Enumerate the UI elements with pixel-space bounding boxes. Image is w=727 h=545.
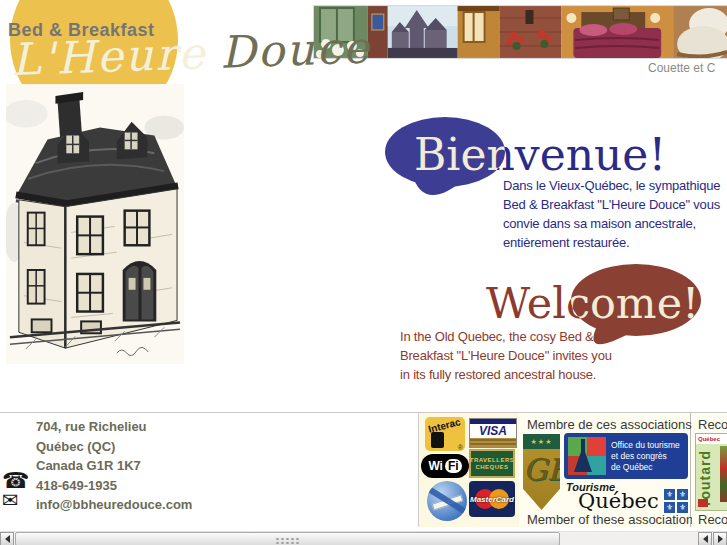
quebec-word: Québec xyxy=(578,489,659,513)
left-arrow-icon xyxy=(5,535,10,543)
visa-label: VISA xyxy=(470,424,516,438)
contact-address-line: Québec (QC) xyxy=(36,437,192,457)
office-line: et des congrès xyxy=(611,451,680,462)
mastercard-logo: MasterCard xyxy=(469,481,515,517)
welcome-paragraph: In the Old Quebec, the cosy Bed & Breakf… xyxy=(400,327,612,384)
travellers-cheques-logo: TRAVELLERS CHEQUES xyxy=(469,449,515,478)
tourisme-quebec-logo[interactable]: Tourisme Québec ⚜ ⚜ ⚜ ⚜ xyxy=(564,482,688,512)
office-tourisme-text: Office du tourisme et des congrès de Qué… xyxy=(611,437,680,475)
recommended-footer: Recom xyxy=(698,512,727,527)
horizontal-scrollbar[interactable] xyxy=(0,531,727,545)
associations-footer-en: Member of these associations xyxy=(527,512,700,527)
visa-gold-band xyxy=(470,438,516,447)
bienvenue-line: entièrement restaurée. xyxy=(503,233,720,252)
scroll-left-button[interactable] xyxy=(0,532,14,545)
payments-panel: Interac ® Wi Fi VISA TRAVELLERS CHEQUES … xyxy=(418,413,520,527)
routard-year-badge xyxy=(698,499,708,507)
house-sketch-drawing xyxy=(6,83,184,365)
wifi-logo: Wi Fi xyxy=(421,454,469,478)
wifi-label-wi: Wi xyxy=(428,459,443,473)
office-tourisme-logo[interactable]: Office du tourisme et des congrès de Qué… xyxy=(564,433,688,479)
scrollbar-grip xyxy=(275,537,301,544)
bienvenue-line: Dans le Vieux-Québec, le sympathique xyxy=(503,176,720,195)
welcome-line: In the Old Quebec, the cosy Bed & xyxy=(400,327,612,346)
visa-logo: VISA xyxy=(469,418,517,448)
contact-address-line: 704, rue Richelieu xyxy=(36,417,192,437)
routard-cover-photo xyxy=(720,446,727,502)
photo-strip-caption: Couette et C xyxy=(648,61,715,75)
travellers-label-1: TRAVELLERS xyxy=(470,457,515,464)
envelope-icon: ✉ xyxy=(2,490,19,510)
gites-shield-logo[interactable]: ★★★ GB xyxy=(523,434,560,510)
bienvenue-paragraph: Dans le Vieux-Québec, le sympathique Bed… xyxy=(503,176,720,252)
office-tourisme-emblem xyxy=(568,437,606,475)
scrollbar-thumb[interactable] xyxy=(15,532,560,545)
interac-card-shape xyxy=(431,432,444,448)
photo-strip xyxy=(313,5,727,59)
associations-panel: Membre de ces associations ★★★ GB Office… xyxy=(519,413,691,527)
photo-strip-montage xyxy=(314,6,727,58)
bienvenue-line: convie dans sa maison ancestrale, xyxy=(503,214,720,233)
interac-registered-mark: ® xyxy=(458,444,463,451)
shield-stars: ★★★ xyxy=(523,434,560,449)
recommended-panel: Recom Québec routard Recom xyxy=(692,413,727,527)
right-arrow-icon xyxy=(718,535,723,543)
routard-guide-cover[interactable]: Québec routard xyxy=(695,433,727,511)
recommended-header: Recom xyxy=(698,417,727,432)
mastercard-label: MasterCard xyxy=(470,495,514,504)
house-sketch xyxy=(6,83,184,369)
logo-name-part2: Douce xyxy=(219,21,371,77)
quebec-flag-icons: ⚜ ⚜ ⚜ ⚜ xyxy=(664,489,688,513)
logo-name-part1: L'Heure xyxy=(10,27,207,85)
fleur-de-lis-icon: ⚜ xyxy=(664,489,675,500)
office-line: Office du tourisme xyxy=(611,440,680,451)
wifi-label-fi: Fi xyxy=(445,459,462,473)
office-line: de Québec xyxy=(611,462,680,473)
bienvenue-line: Bed & Breakfast "L'Heure Douce" vous xyxy=(503,195,720,214)
no-smoking-icon xyxy=(427,481,467,521)
castle-tower-icon xyxy=(581,439,585,453)
page: Bed & Breakfast L'HeureDouce xyxy=(0,0,727,545)
routard-region-label: Québec xyxy=(696,434,727,444)
interac-logo: Interac ® xyxy=(425,417,465,451)
contact-phone: 418-649-1935 xyxy=(36,476,192,496)
contact-email-link[interactable]: info@bbheuredouce.com xyxy=(36,495,192,515)
left-arrow-icon xyxy=(703,535,708,543)
scroll-right-button[interactable] xyxy=(713,532,727,545)
contact-block: 704, rue Richelieu Québec (QC) Canada G1… xyxy=(36,417,192,515)
shield-monogram: GB xyxy=(523,452,560,487)
contact-address-line: Canada G1R 1K7 xyxy=(36,456,192,476)
welcome-line: Breakfast "L'Heure Douce" invites you xyxy=(400,346,612,365)
travellers-label-2: CHEQUES xyxy=(475,464,508,471)
associations-header-fr: Membre de ces associations xyxy=(527,417,692,432)
scroll-left-button-right-pair[interactable] xyxy=(698,532,712,545)
fleur-de-lis-icon: ⚜ xyxy=(677,489,688,500)
routard-title: routard xyxy=(697,444,713,506)
welcome-line: in its fully restored ancestral house. xyxy=(400,365,612,384)
